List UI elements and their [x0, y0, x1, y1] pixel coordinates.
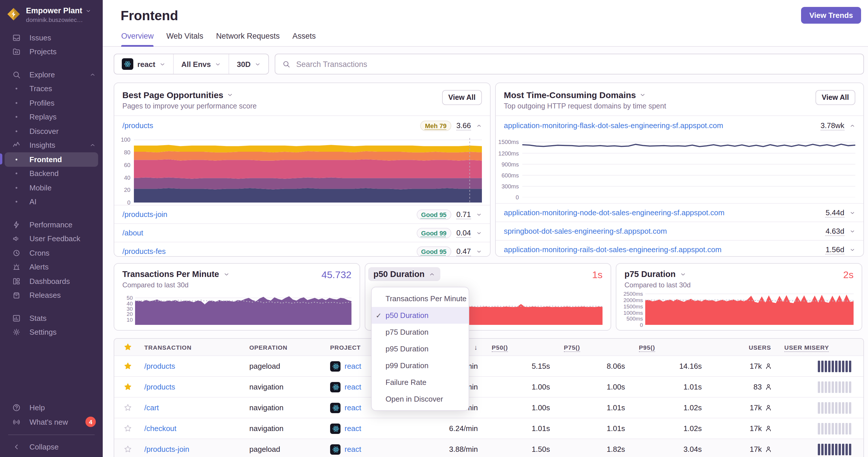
col-users[interactable]: USERS [702, 344, 772, 351]
page-opportunity-link[interactable]: /products-join [122, 210, 167, 219]
star-toggle[interactable] [114, 445, 141, 454]
table-row[interactable]: /productsnavigationreact/min1.00s1.00s1.… [114, 376, 863, 397]
sidebar-item-profiles[interactable]: Profiles [0, 96, 103, 110]
transaction-link[interactable]: /cart [144, 403, 159, 412]
domain-link[interactable]: application-monitoring-flask-dot-sales-e… [504, 121, 723, 130]
project-link[interactable]: react [345, 445, 361, 454]
org-switcher[interactable]: Empower Plant dominik.buszowiec… [0, 0, 103, 23]
p75-metric-selector[interactable]: p75 Duration [624, 269, 690, 279]
chevron-down-icon[interactable] [849, 247, 855, 253]
transaction-link[interactable]: /products [144, 383, 175, 391]
sidebar-item-mobile[interactable]: Mobile [0, 181, 103, 195]
tpm-metric-selector[interactable]: Transactions Per Minute [122, 269, 229, 279]
star-toggle[interactable] [114, 383, 141, 391]
sidebar-item-help[interactable]: Help [0, 401, 103, 415]
domains-view-all-button[interactable]: View All [815, 90, 856, 105]
chevron-down-icon[interactable] [476, 230, 482, 236]
tab-overview[interactable]: Overview [121, 32, 154, 46]
chevron-up-icon[interactable] [476, 123, 482, 128]
chevron-up-icon[interactable] [849, 123, 855, 128]
col-p95[interactable]: P95() [625, 344, 702, 351]
sidebar-item-settings[interactable]: Settings [0, 325, 103, 339]
domain-link[interactable]: springboot-dot-sales-engineering-sf.apps… [504, 227, 667, 235]
col-user-misery[interactable]: USER MISERY [772, 344, 863, 351]
sidebar-item-discover[interactable]: Discover [0, 124, 103, 138]
sidebar-item-insights[interactable]: Insights [0, 138, 103, 152]
view-trends-button[interactable]: View Trends [801, 7, 861, 24]
sidebar-item-dashboards[interactable]: Dashboards [0, 274, 103, 288]
transaction-link[interactable]: /products [122, 121, 153, 130]
page-opportunity-link[interactable]: /about [122, 228, 143, 237]
sidebar-item-projects[interactable]: Projects [0, 45, 103, 59]
col-transaction[interactable]: TRANSACTION [141, 344, 249, 351]
sidebar-item-traces[interactable]: Traces [0, 81, 103, 96]
chevron-down-icon[interactable] [849, 210, 855, 216]
environment-filter[interactable]: All Envs [174, 54, 229, 74]
page-opportunity-row[interactable]: /products-joinGood 950.71 [114, 205, 490, 223]
org-name[interactable]: Empower Plant [26, 6, 91, 15]
domain-row[interactable]: springboot-dot-sales-engineering-sf.apps… [496, 222, 863, 240]
page-opportunity-link[interactable]: /products-fes [122, 247, 166, 256]
sidebar-item-user-feedback[interactable]: User Feedback [0, 232, 103, 246]
table-row[interactable]: /productspageloadreact/min5.15s8.06s14.1… [114, 355, 863, 376]
domain-row[interactable]: application-monitoring-rails-dot-sales-e… [496, 240, 863, 257]
menu-item-p95-duration[interactable]: p95 Duration [372, 340, 469, 357]
chevron-down-icon[interactable] [849, 228, 855, 234]
sidebar-item-backend[interactable]: Backend [0, 166, 103, 181]
star-column-header[interactable] [114, 343, 141, 351]
star-toggle[interactable] [114, 424, 141, 433]
page-opportunity-row[interactable]: /products-fesGood 950.47 [114, 242, 490, 257]
project-link[interactable]: react [345, 403, 361, 412]
menu-item-p99-duration[interactable]: p99 Duration [372, 357, 469, 374]
transaction-link[interactable]: /products [144, 362, 175, 370]
p50-metric-selector[interactable]: p50 Duration [368, 267, 440, 281]
sidebar-item-performance[interactable]: Performance [0, 218, 103, 232]
col-p50[interactable]: P50() [478, 344, 550, 351]
domain-row[interactable]: application-monitoring-node-dot-sales-en… [496, 203, 863, 222]
project-link[interactable]: react [345, 362, 361, 370]
transaction-link[interactable]: /checkout [144, 424, 176, 433]
table-row[interactable]: /cartnavigationreact6.96/min1.00s1.01s1.… [114, 397, 863, 418]
tab-network-requests[interactable]: Network Requests [216, 32, 280, 46]
domains-title[interactable]: Most Time-Consuming Domains [504, 90, 666, 100]
col-operation[interactable]: OPERATION [249, 344, 330, 351]
best-pages-view-all-button[interactable]: View All [442, 90, 482, 105]
domain-link[interactable]: application-monitoring-node-dot-sales-en… [504, 208, 724, 217]
sidebar-item-collapse[interactable]: Collapse [0, 440, 103, 454]
menu-item-p50-duration[interactable]: ✓p50 Duration [372, 307, 469, 324]
star-toggle[interactable] [114, 362, 141, 370]
sidebar-item-ai[interactable]: AI [0, 195, 103, 209]
project-link[interactable]: react [345, 424, 361, 433]
date-range-filter[interactable]: 30D [229, 54, 269, 74]
search-input[interactable] [295, 59, 857, 69]
sidebar-item-issues[interactable]: Issues [0, 31, 103, 45]
sidebar-item-frontend[interactable]: Frontend [5, 152, 98, 166]
sidebar-item-stats[interactable]: Stats [0, 311, 103, 325]
sidebar-item-replays[interactable]: Replays [0, 110, 103, 124]
tab-web-vitals[interactable]: Web Vitals [166, 32, 204, 46]
star-toggle[interactable] [114, 403, 141, 412]
sidebar-item-alerts[interactable]: Alerts [0, 260, 103, 274]
tab-assets[interactable]: Assets [292, 32, 316, 46]
sidebar-item-what-s-new[interactable]: What's new4 [0, 415, 103, 429]
table-row[interactable]: /checkoutnavigationreact6.24/min1.01s1.0… [114, 418, 863, 438]
table-row[interactable]: /products-joinpageloadreact3.88/min1.50s… [114, 438, 863, 457]
best-pages-title[interactable]: Best Page Opportunities [122, 90, 257, 100]
menu-item-transactions-per-minute[interactable]: Transactions Per Minute [372, 290, 469, 307]
menu-item-failure-rate[interactable]: Failure Rate [372, 374, 469, 391]
sidebar-item-explore[interactable]: Explore [0, 67, 103, 81]
project-filter[interactable]: react [114, 54, 174, 74]
sidebar-item-releases[interactable]: Releases [0, 288, 103, 302]
sidebar-item-crons[interactable]: Crons [0, 246, 103, 260]
menu-item-open-in-discover[interactable]: Open in Discover [372, 391, 469, 407]
transaction-link[interactable]: /products-join [144, 445, 189, 454]
col-p75[interactable]: P75() [550, 344, 625, 351]
project-link[interactable]: react [345, 383, 361, 391]
domain-link[interactable]: application-monitoring-rails-dot-sales-e… [504, 245, 721, 254]
chevron-down-icon[interactable] [476, 211, 482, 217]
chevron-down-icon[interactable] [476, 249, 482, 254]
page-opportunity-row[interactable]: /aboutGood 990.04 [114, 223, 490, 242]
best-pages-expanded-row[interactable]: /products Meh 79 3.66 [114, 116, 490, 135]
menu-item-p75-duration[interactable]: p75 Duration [372, 324, 469, 340]
domains-expanded-row[interactable]: application-monitoring-flask-dot-sales-e… [496, 116, 863, 135]
